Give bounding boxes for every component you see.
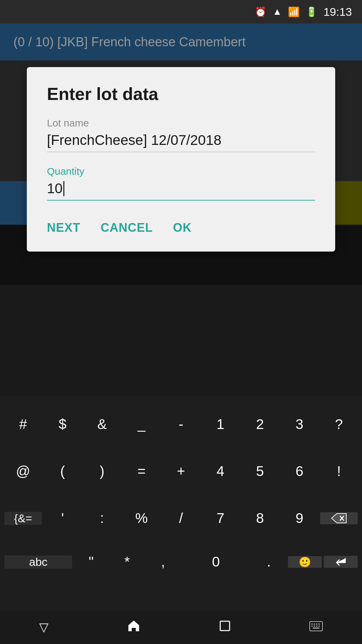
- key-dollar[interactable]: $: [44, 416, 81, 432]
- battery-icon: 🔋: [306, 6, 317, 17]
- key-colon[interactable]: :: [83, 510, 121, 526]
- key-6[interactable]: 6: [281, 463, 318, 479]
- svg-rect-4: [316, 624, 317, 625]
- alarm-icon: ⏰: [255, 6, 266, 17]
- key-1[interactable]: 1: [202, 416, 239, 432]
- dialog-title: Enter lot data: [47, 84, 315, 104]
- key-period[interactable]: .: [252, 554, 286, 570]
- key-at[interactable]: @: [4, 463, 42, 479]
- key-0[interactable]: 0: [182, 554, 250, 570]
- keyboard-row-3: {&= ' : % / 7 8 9: [3, 496, 359, 540]
- backspace-key[interactable]: [320, 512, 358, 524]
- svg-rect-10: [313, 628, 319, 629]
- svg-rect-9: [318, 626, 320, 627]
- key-open-paren[interactable]: (: [44, 463, 81, 479]
- quantity-value[interactable]: 10: [47, 180, 63, 197]
- key-slash[interactable]: /: [162, 510, 200, 526]
- key-enter[interactable]: [324, 556, 358, 568]
- key-close-paren[interactable]: ): [83, 463, 121, 479]
- keyboard-row-2: @ ( ) = + 4 5 6 !: [3, 449, 359, 493]
- nav-recents-button[interactable]: [219, 620, 231, 635]
- key-7[interactable]: 7: [202, 510, 239, 526]
- nav-home-button[interactable]: [127, 619, 140, 636]
- svg-rect-8: [316, 626, 317, 627]
- text-cursor: [63, 181, 64, 196]
- lot-name-value: [FrenchCheese] 12/07/2018: [47, 132, 222, 148]
- svg-rect-5: [318, 624, 320, 625]
- cancel-button[interactable]: CANCEL: [101, 217, 153, 238]
- svg-rect-3: [314, 624, 315, 625]
- key-quote[interactable]: ": [74, 554, 108, 570]
- svg-rect-6: [311, 626, 313, 627]
- wifi-icon: ▲: [273, 6, 282, 17]
- key-question[interactable]: ?: [320, 416, 358, 432]
- key-apostrophe[interactable]: ': [44, 510, 81, 526]
- key-asterisk[interactable]: *: [110, 554, 144, 570]
- keyboard-row-4: abc " * , 0 . 🙂: [3, 543, 359, 580]
- keyboard: # $ & _ - 1 2 3 ? @ ( ) = + 4 5 6 ! {&= …: [0, 396, 362, 610]
- key-2[interactable]: 2: [241, 416, 279, 432]
- key-ampersand[interactable]: &: [83, 416, 121, 432]
- key-symbols[interactable]: {&=: [4, 512, 42, 525]
- key-5[interactable]: 5: [241, 463, 279, 479]
- nav-keyboard-button[interactable]: [309, 620, 323, 634]
- key-comma[interactable]: ,: [146, 554, 180, 570]
- keyboard-row-1: # $ & _ - 1 2 3 ?: [3, 402, 359, 446]
- svg-rect-0: [220, 621, 230, 631]
- status-bar: ⏰ ▲ 📶 🔋 19:13: [0, 0, 362, 23]
- enter-lot-data-dialog: Enter lot data Lot name [FrenchCheese] 1…: [27, 67, 335, 252]
- lot-name-label: Lot name: [47, 117, 315, 129]
- status-time: 19:13: [323, 5, 352, 18]
- key-3[interactable]: 3: [281, 416, 318, 432]
- key-percent[interactable]: %: [123, 510, 160, 526]
- key-equals[interactable]: =: [123, 463, 160, 479]
- svg-rect-7: [314, 626, 315, 627]
- nav-bar: ▽: [0, 610, 362, 644]
- dialog-overlay: Enter lot data Lot name [FrenchCheese] 1…: [0, 23, 362, 285]
- nav-back-button[interactable]: ▽: [39, 620, 49, 634]
- svg-rect-2: [311, 624, 313, 625]
- dialog-actions: NEXT CANCEL OK: [47, 211, 315, 238]
- key-hash[interactable]: #: [4, 416, 42, 432]
- key-underscore[interactable]: _: [123, 416, 160, 432]
- key-abc[interactable]: abc: [4, 555, 72, 569]
- key-8[interactable]: 8: [241, 510, 279, 526]
- key-9[interactable]: 9: [281, 510, 318, 526]
- next-button[interactable]: NEXT: [47, 217, 80, 238]
- signal-icon: 📶: [288, 6, 300, 17]
- status-icons: ⏰ ▲ 📶 🔋 19:13: [255, 5, 352, 18]
- ok-button[interactable]: OK: [173, 217, 192, 238]
- key-plus[interactable]: +: [162, 463, 200, 479]
- key-minus[interactable]: -: [162, 416, 200, 432]
- key-emoji[interactable]: 🙂: [288, 556, 322, 568]
- quantity-label: Quantity: [47, 166, 315, 177]
- key-4[interactable]: 4: [202, 463, 239, 479]
- key-exclamation[interactable]: !: [320, 463, 358, 479]
